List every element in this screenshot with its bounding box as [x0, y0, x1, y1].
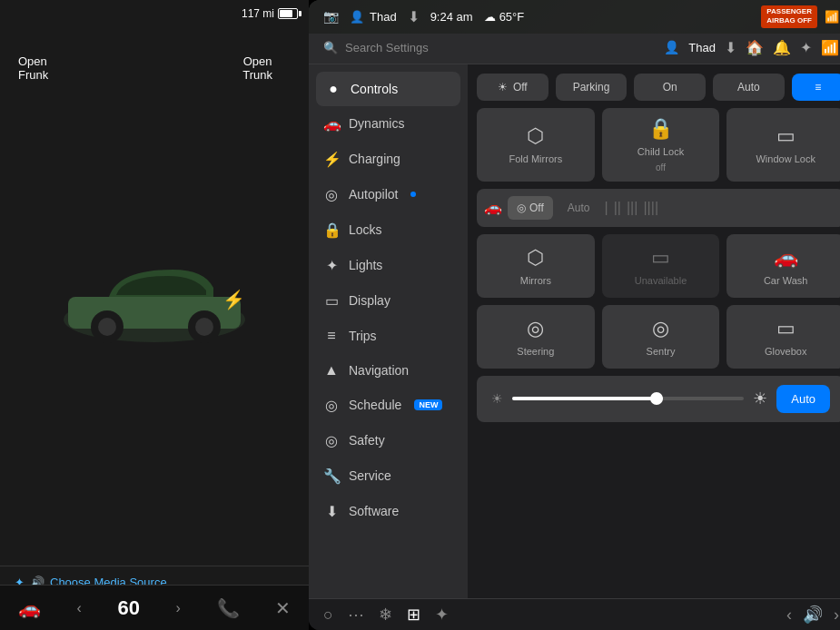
sidebar-item-dynamics[interactable]: 🚗 Dynamics — [309, 106, 468, 142]
sidebar-item-software[interactable]: ⬇ Software — [309, 494, 468, 529]
service-label: Service — [349, 468, 391, 483]
temperature: 65°F — [499, 10, 525, 24]
glovebox-label: Glovebox — [765, 346, 806, 357]
sidebar-item-autopilot[interactable]: ◎ Autopilot — [309, 177, 468, 212]
sidebar-item-schedule[interactable]: ◎ Schedule NEW — [309, 388, 468, 423]
child-lock-tile[interactable]: 🔒 Child Lock off — [602, 108, 720, 182]
frunk-label[interactable]: OpenFrunk — [18, 54, 48, 82]
schedule-icon: ◎ — [323, 397, 340, 414]
sentry-icon: ◎ — [652, 317, 669, 340]
volume-icon[interactable]: 🔊 — [803, 605, 823, 625]
sidebar-item-controls[interactable]: ● Controls — [316, 72, 460, 106]
parking-button[interactable]: Parking — [556, 74, 628, 101]
nav-car-icon[interactable]: 🚗 — [18, 597, 41, 619]
top-bar: 📷 👤 Thad ⬇ 9:24 am ☁ 65°F PASSENGERAIRBA… — [309, 0, 840, 34]
app-bottom-icon[interactable]: ⊞ — [407, 605, 420, 625]
trunk-label[interactable]: OpenTrunk — [242, 54, 272, 82]
speed-left-arrow[interactable]: ‹ — [76, 600, 81, 616]
battery-text: 117 mi — [242, 7, 274, 20]
circle-bottom-icon[interactable]: ○ — [323, 605, 333, 625]
steering-label: Steering — [517, 346, 554, 357]
sentry-tile[interactable]: ◎ Sentry — [602, 305, 720, 369]
sidebar-item-service[interactable]: 🔧 Service — [309, 458, 468, 494]
safety-icon: ◎ — [323, 432, 340, 449]
bluetooth-bottom-icon[interactable]: ✦ — [435, 605, 449, 625]
window-lock-label: Window Lock — [756, 153, 815, 164]
bluetooth-secondary-icon: ✦ — [800, 39, 812, 56]
sidebar-item-navigation[interactable]: ▲ Navigation — [309, 353, 468, 388]
home-icon: 🏠 — [746, 39, 764, 56]
software-label: Software — [349, 504, 399, 518]
bell-icon: 🔔 — [773, 39, 791, 56]
lights-off-button[interactable]: ☀ Off — [477, 74, 548, 101]
fold-mirrors-tile[interactable]: ⬡ Fold Mirrors — [477, 108, 595, 182]
fan-bottom-icon[interactable]: ❄ — [379, 605, 392, 625]
auto-brightness-button[interactable]: Auto — [776, 385, 830, 413]
sidebar-item-lights[interactable]: ✦ Lights — [309, 248, 468, 283]
brightness-row: ☀ ☀ Auto — [477, 376, 840, 422]
wiper-speed-1[interactable]: | — [604, 200, 608, 216]
time-display: 9:24 am — [430, 10, 473, 24]
charging-label: Charging — [349, 152, 400, 166]
mirrors-tile[interactable]: ⬡ Mirrors — [477, 234, 595, 298]
brightness-slider[interactable] — [512, 397, 744, 400]
on-label: On — [663, 81, 677, 94]
sidebar-item-locks[interactable]: 🔒 Locks — [309, 212, 468, 248]
sidebar-item-charging[interactable]: ⚡ Charging — [309, 142, 468, 177]
controls-icon: ● — [325, 81, 341, 97]
svg-point-5 — [195, 318, 213, 336]
dynamics-icon: 🚗 — [323, 115, 340, 133]
display-label: Display — [349, 293, 390, 308]
wiper-auto-label: Auto — [568, 202, 590, 214]
download-icon-top: ⬇ — [408, 8, 420, 25]
service-icon: 🔧 — [323, 468, 340, 485]
unavailable-tile: ▭ Unavailable — [602, 234, 720, 298]
on-button[interactable]: On — [634, 74, 706, 101]
locks-icon: 🔒 — [323, 221, 340, 239]
lights-off-label: Off — [513, 81, 528, 94]
window-lock-tile[interactable]: ▭ Window Lock — [726, 108, 840, 182]
autopilot-dot — [410, 192, 416, 197]
unavailable-icon: ▭ — [651, 246, 670, 270]
sidebar-item-trips[interactable]: ≡ Trips — [309, 319, 468, 353]
top-bar-right: PASSENGERAIRBAG OFF 📶 — [761, 5, 839, 28]
brightness-high-icon: ☀ — [753, 389, 767, 409]
user-icon: 👤 — [350, 10, 364, 24]
glovebox-tile[interactable]: ▭ Glovebox — [726, 305, 840, 369]
sidebar: ● Controls 🚗 Dynamics ⚡ Charging ◎ Autop… — [309, 64, 468, 598]
wiper-speed-2[interactable]: || — [614, 200, 621, 216]
cancel-icon[interactable]: ✕ — [275, 597, 291, 619]
speed-display: 60 — [117, 596, 139, 620]
speed-right-arrow[interactable]: › — [176, 600, 181, 616]
svg-point-3 — [98, 318, 116, 336]
sidebar-item-safety[interactable]: ◎ Safety — [309, 423, 468, 458]
dots-bottom-icon[interactable]: ⋯ — [348, 605, 364, 625]
wiper-speed-3[interactable]: ||| — [627, 200, 637, 216]
mirrors-row: ⬡ Fold Mirrors 🔒 Child Lock off ▭ Window… — [477, 108, 840, 182]
brightness-thumb — [650, 392, 663, 405]
bottom-action-bar: ○ ⋯ ❄ ⊞ ✦ ‹ 🔊 › — [309, 598, 840, 630]
car-wash-tile[interactable]: 🚗 Car Wash — [726, 234, 840, 298]
status-icons: 📶 — [825, 10, 839, 24]
wiper-speed-4[interactable]: |||| — [643, 200, 658, 216]
right-arrow-bottom[interactable]: › — [834, 605, 839, 625]
wiper-off-button[interactable]: ◎ Off — [508, 196, 553, 220]
search-box[interactable]: 🔍 Search Settings — [323, 41, 429, 54]
lights-label: Lights — [349, 258, 382, 272]
left-arrow-bottom[interactable]: ‹ — [786, 605, 792, 625]
wiper-off-label: Off — [529, 202, 544, 214]
mirrors-icon: ⬡ — [527, 246, 544, 270]
svg-text:⚡: ⚡ — [222, 289, 245, 310]
wiper-auto-button[interactable]: Auto — [558, 196, 599, 220]
secondary-bar: 🔍 Search Settings 👤 Thad ⬇ 🏠 🔔 ✦ 📶 — [309, 34, 840, 64]
auto-lights-button[interactable]: Auto — [713, 74, 785, 101]
lights-toggle-button[interactable]: ≡ — [792, 74, 840, 101]
steering-tile[interactable]: ◎ Steering — [477, 305, 595, 369]
safety-label: Safety — [349, 433, 385, 448]
phone-icon[interactable]: 📞 — [217, 597, 240, 619]
car-wash-label: Car Wash — [764, 275, 808, 286]
sidebar-item-display[interactable]: ▭ Display — [309, 283, 468, 319]
left-panel: 117 mi OpenFrunk OpenTrunk ⚡ — [0, 0, 309, 630]
sun-icon: ☀ — [498, 81, 508, 94]
user-info: 👤 Thad — [350, 10, 397, 24]
